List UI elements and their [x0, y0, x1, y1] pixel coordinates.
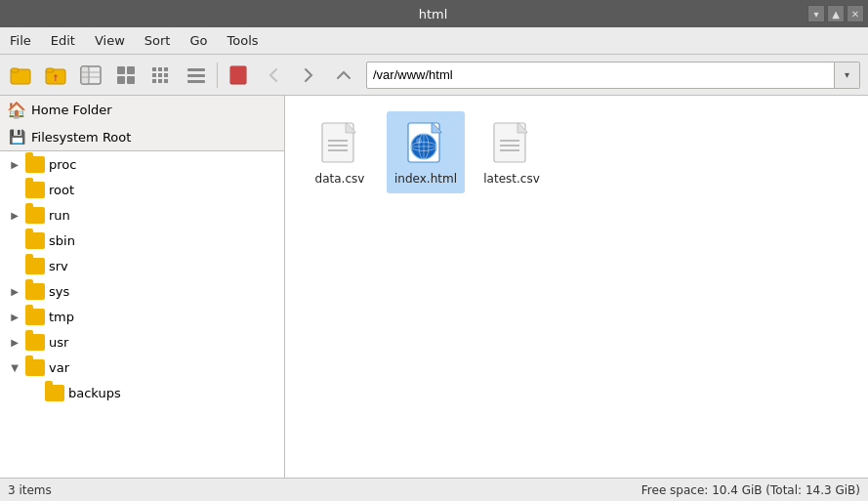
svg-rect-10: [127, 66, 135, 74]
tree-label-root: root: [49, 183, 74, 197]
svg-rect-22: [187, 68, 205, 71]
menu-edit[interactable]: Edit: [41, 27, 85, 54]
folder-icon-sbin: [25, 232, 45, 249]
tree-label-proc: proc: [49, 157, 76, 172]
list-view-button[interactable]: [180, 59, 213, 92]
compact-view-button[interactable]: [145, 59, 178, 92]
statusbar: 3 items Free space: 10.4 GiB (Total: 14.…: [0, 478, 868, 501]
file-item-index-html[interactable]: index.html: [387, 111, 465, 193]
toolbar-separator-1: [217, 63, 218, 88]
file-view[interactable]: data.csv: [285, 96, 868, 478]
address-input[interactable]: [366, 62, 835, 89]
tree-item-proc[interactable]: ▶ proc: [0, 151, 284, 177]
toolbar: ↑: [0, 55, 868, 96]
file-icon-index-html: [402, 119, 449, 166]
tree-item-usr[interactable]: ▶ usr: [0, 329, 284, 355]
forward-button[interactable]: [292, 59, 325, 92]
svg-rect-23: [187, 74, 205, 77]
drive-icon: 💾: [8, 128, 25, 146]
sidebar-item-filesystem[interactable]: 💾 Filesystem Root: [0, 123, 284, 150]
sidebar-bookmarks: 🏠 Home Folder 💾 Filesystem Root: [0, 96, 284, 151]
menu-sort[interactable]: Sort: [135, 27, 181, 54]
svg-rect-14: [152, 73, 156, 77]
svg-rect-24: [187, 80, 205, 83]
titlebar: html ▾ ▲ ✕: [0, 0, 868, 27]
tree-arrow-sys[interactable]: ▶: [8, 284, 21, 298]
svg-rect-15: [152, 79, 156, 83]
folder-icon-var: [25, 359, 45, 376]
tree-item-backups[interactable]: ▶ backups: [0, 380, 284, 405]
tree-label-srv: srv: [49, 259, 68, 273]
bookmark-button[interactable]: [222, 59, 255, 92]
sidebar-item-filesystem-label: Filesystem Root: [31, 130, 131, 145]
file-label-index-html: index.html: [394, 172, 457, 186]
tree-item-sys[interactable]: ▶ sys: [0, 278, 284, 304]
open-location-button[interactable]: ↑: [39, 59, 72, 92]
menu-tools[interactable]: Tools: [218, 27, 269, 54]
sidebar-item-home[interactable]: 🏠 Home Folder: [0, 96, 284, 123]
folder-icon-srv: [25, 258, 45, 274]
new-folder-button[interactable]: [4, 59, 37, 92]
svg-rect-9: [117, 66, 125, 74]
folder-tree[interactable]: ▶ proc ▶ root ▶ run ▶ sbin: [0, 151, 284, 478]
window-title: html: [59, 7, 807, 21]
tree-arrow-usr[interactable]: ▶: [8, 335, 21, 349]
file-label-data-csv: data.csv: [315, 172, 365, 186]
menu-file[interactable]: File: [0, 27, 41, 54]
tree-arrow-proc[interactable]: ▶: [8, 157, 21, 171]
menubar: File Edit View Sort Go Tools: [0, 27, 868, 55]
tree-label-backups: backups: [68, 386, 121, 400]
folder-icon-backups: [45, 385, 64, 401]
folder-icon-proc: [25, 156, 45, 173]
file-item-data-csv[interactable]: data.csv: [301, 111, 379, 193]
titlebar-controls: ▾ ▲ ✕: [807, 5, 868, 22]
tree-arrow-var[interactable]: ▼: [8, 360, 21, 374]
up-button[interactable]: [327, 59, 360, 92]
maximize-button[interactable]: ▲: [827, 5, 845, 22]
svg-point-42: [416, 138, 422, 144]
svg-rect-12: [127, 76, 135, 84]
tree-label-run: run: [49, 208, 70, 223]
folder-icon-sys: [25, 283, 45, 300]
tree-arrow-tmp[interactable]: ▶: [8, 310, 21, 323]
tree-item-run[interactable]: ▶ run: [0, 202, 284, 228]
file-item-latest-csv[interactable]: latest.csv: [473, 111, 551, 193]
tree-item-var[interactable]: ▼ var: [0, 355, 284, 380]
tree-item-tmp[interactable]: ▶ tmp: [0, 304, 284, 329]
folder-icon-run: [25, 207, 45, 224]
minimize-button[interactable]: ▾: [807, 5, 825, 22]
svg-rect-6: [81, 66, 89, 84]
tree-label-sbin: sbin: [49, 233, 75, 248]
tree-item-sbin[interactable]: ▶ sbin: [0, 228, 284, 253]
svg-rect-20: [164, 73, 168, 77]
back-button[interactable]: [257, 59, 290, 92]
item-count: 3 items: [8, 483, 52, 497]
show-sidebar-button[interactable]: [74, 59, 107, 92]
folder-icon-usr: [25, 334, 45, 351]
file-icon-latest-csv: [488, 119, 535, 166]
svg-rect-18: [158, 79, 162, 83]
file-label-latest-csv: latest.csv: [483, 172, 540, 186]
folder-icon-tmp: [25, 309, 45, 325]
tree-label-var: var: [49, 360, 69, 375]
svg-rect-16: [158, 67, 162, 71]
icon-view-button[interactable]: [109, 59, 143, 92]
folder-icon-root: [25, 182, 45, 198]
svg-text:↑: ↑: [52, 73, 60, 83]
tree-item-srv[interactable]: ▶ srv: [0, 253, 284, 278]
sidebar-item-home-label: Home Folder: [31, 103, 112, 117]
svg-rect-21: [164, 79, 168, 83]
close-button[interactable]: ✕: [847, 5, 864, 22]
tree-item-root[interactable]: ▶ root: [0, 177, 284, 202]
menu-view[interactable]: View: [85, 27, 135, 54]
tree-label-usr: usr: [49, 335, 68, 350]
tree-label-tmp: tmp: [49, 310, 74, 324]
svg-rect-11: [117, 76, 125, 84]
menu-go[interactable]: Go: [180, 27, 217, 54]
svg-rect-1: [11, 68, 19, 72]
svg-rect-19: [164, 67, 168, 71]
svg-rect-13: [152, 67, 156, 71]
address-dropdown-button[interactable]: ▾: [835, 62, 860, 89]
home-icon: 🏠: [8, 101, 25, 118]
tree-arrow-run[interactable]: ▶: [8, 208, 21, 222]
